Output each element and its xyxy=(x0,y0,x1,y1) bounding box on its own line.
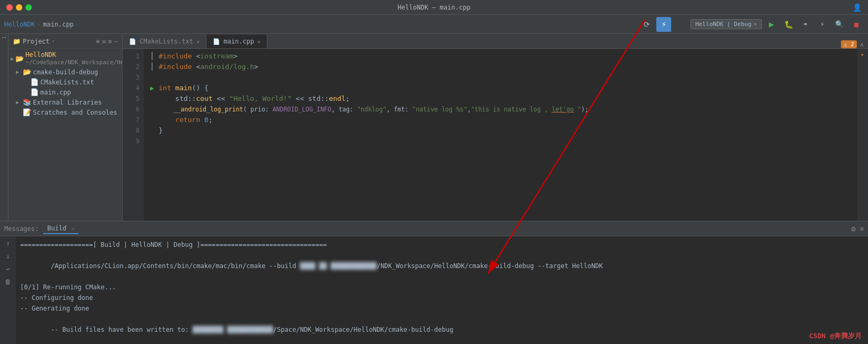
code-line-8: } xyxy=(150,125,851,136)
build-content: ===================[ Build | HelloNDK | … xyxy=(16,236,868,344)
project-header-icons: ⊕ ≡ ≡ — xyxy=(96,38,118,45)
collapse-editor-icon[interactable]: ∧ xyxy=(860,41,864,48)
tree-root[interactable]: ▶ 📂 HelloNDK ~/CodeSpace/NDK_Workspace/H… xyxy=(8,50,122,67)
bottom-tab-bar: Messages: Build ✕ ⚙ ≡ xyxy=(0,221,868,236)
tree-cmakelists-label: CMakeLists.txt xyxy=(40,79,94,86)
wrap-icon[interactable]: ↩ xyxy=(3,264,13,274)
project-panel: 📁 Project ▾ ⊕ ≡ ≡ — ▶ 📂 HelloNDK ~/CodeS… xyxy=(8,34,123,221)
build-line-2: [0/1] Re-running CMake... xyxy=(20,282,864,293)
clear-icon[interactable]: 🗑 xyxy=(3,277,13,287)
debug-button[interactable]: 🐛 xyxy=(781,17,796,32)
build-line-5: -- Build files have been written to: ███… xyxy=(20,314,864,344)
tab-cmakelists-close[interactable]: ✕ xyxy=(196,39,199,45)
scroll-down-icon[interactable]: ↓ xyxy=(3,251,13,262)
tab-maincpp-close[interactable]: ✕ xyxy=(257,39,261,45)
sync-icon[interactable]: ⟳ xyxy=(639,17,654,32)
profile-button[interactable]: ⚡ xyxy=(815,17,830,32)
maximize-button[interactable] xyxy=(25,4,32,11)
coverage-button[interactable]: ☂ xyxy=(798,17,813,32)
project-side-label[interactable]: 1 xyxy=(2,36,7,39)
tab-build[interactable]: Build ✕ xyxy=(43,223,79,234)
folder-icon: 📁 xyxy=(13,38,21,45)
close-panel-icon[interactable]: — xyxy=(114,38,118,45)
build-line-1: /Applications/CLion.app/Contents/bin/cma… xyxy=(20,250,864,282)
collapse-icon[interactable]: ≡ xyxy=(102,38,106,45)
watermark: CSDN @奔腾岁月 xyxy=(809,331,862,341)
tree-scratches[interactable]: 📝 Scratches and Consoles xyxy=(8,107,122,117)
stop-button[interactable]: ■ xyxy=(849,17,864,32)
build-options-icon[interactable]: ≡ xyxy=(860,225,864,233)
tree-cmakelists[interactable]: 📄 CMakeLists.txt xyxy=(8,77,122,87)
code-line-4: ▶ int main() { xyxy=(150,83,851,93)
tab-maincpp[interactable]: 📄 main.cpp ✕ xyxy=(206,35,267,48)
line-numbers: 1 2 3 4 5 6 7 8 9 xyxy=(123,49,144,221)
tree-ext-libs[interactable]: ▶ 📚 External Libraries xyxy=(8,97,122,107)
tab-maincpp-label: main.cpp xyxy=(223,38,254,45)
tree-root-label: HelloNDK ~/CodeSpace/NDK_Workspace/Hello… xyxy=(25,51,122,66)
ext-lib-icon: 📚 xyxy=(23,98,31,106)
build-output: ↑ ↓ ↩ 🗑 ===================[ Build | Hel… xyxy=(0,236,868,344)
blurred-path-2: ████████ ████████████ xyxy=(193,326,273,333)
build-line-4: -- Generating done xyxy=(20,303,864,314)
window-controls xyxy=(6,4,32,11)
tree-cmake-label: cmake-build-debug xyxy=(33,68,98,76)
build-settings-icon[interactable]: ⚙ xyxy=(851,225,855,233)
side-panel: 1 xyxy=(0,34,8,221)
warning-badge: ⚠ 2 xyxy=(841,40,857,48)
window-title: HelloNDK – main.cpp xyxy=(397,4,470,11)
code-line-2: │ #include <android/log.h> xyxy=(150,62,851,72)
separator xyxy=(673,17,688,32)
tab-cmakelists[interactable]: 📄 CMakeLists.txt ✕ xyxy=(123,35,206,48)
build-tab-close[interactable]: ✕ xyxy=(71,226,74,231)
code-line-3 xyxy=(150,72,851,83)
content-area: 1 📁 Project ▾ ⊕ ≡ ≡ — ▶ 📂 HelloNDK ~/Cod… xyxy=(0,34,868,221)
run-arrow[interactable]: ▶ xyxy=(150,83,159,93)
project-header-label: Project xyxy=(23,38,50,45)
cmake-folder-icon: 📂 xyxy=(23,68,31,76)
error-indicator: ▸ xyxy=(861,51,865,58)
minimize-button[interactable] xyxy=(16,4,22,11)
code-content[interactable]: │ #include <iostream> │ #include <androi… xyxy=(144,49,857,221)
tree-extlibs-label: External Libraries xyxy=(33,99,102,106)
tree-maincpp[interactable]: 📄 main.cpp xyxy=(8,87,122,97)
cmake-reload-icon[interactable]: ⚡ xyxy=(656,17,671,32)
tree-maincpp-label: main.cpp xyxy=(40,89,71,96)
build-line-0: ===================[ Build | HelloNDK | … xyxy=(20,239,864,250)
breadcrumb-app: HelloNDK xyxy=(4,21,35,28)
user-icon[interactable]: 👤 xyxy=(853,3,862,12)
bottom-panel: Messages: Build ✕ ⚙ ≡ ↑ ↓ ↩ 🗑 ==========… xyxy=(0,221,868,344)
ext-libs-arrow: ▶ xyxy=(16,99,21,105)
code-line-1: │ #include <iostream> xyxy=(150,51,851,62)
run-config-label: HelloNDK | Debug xyxy=(695,21,751,28)
project-tree: ▶ 📂 HelloNDK ~/CodeSpace/NDK_Workspace/H… xyxy=(8,49,122,221)
build-gutter: ↑ ↓ ↩ 🗑 xyxy=(0,236,16,344)
tree-cmake-arrow: ▶ xyxy=(16,69,21,75)
scroll-up-icon[interactable]: ↑ xyxy=(3,238,13,249)
blurred-path-1: ████ ██ ████████████ xyxy=(300,262,377,270)
close-button[interactable] xyxy=(6,4,13,11)
editor-area: 📄 CMakeLists.txt ✕ 📄 main.cpp ✕ ⚠ 2 ∧ 1 … xyxy=(123,34,868,221)
build-tab-label: Build xyxy=(47,225,66,232)
build-line-3: -- Configuring done xyxy=(20,293,864,303)
tab-cmakelists-label: CMakeLists.txt xyxy=(140,38,193,45)
tree-scratches-label: Scratches and Consoles xyxy=(33,109,117,116)
cmake-file-icon: 📄 xyxy=(30,78,39,86)
settings-icon[interactable]: ≡ xyxy=(108,38,112,45)
main-toolbar: HelloNDK › main.cpp ⟳ ⚡ HelloNDK | Debug… xyxy=(0,15,868,34)
run-button[interactable]: ▶ xyxy=(764,17,779,32)
locate-icon[interactable]: ⊕ xyxy=(96,38,100,45)
right-gutter: ▸ xyxy=(857,49,868,221)
title-bar: HelloNDK – main.cpp 👤 xyxy=(0,0,868,15)
project-folder-icon: 📂 xyxy=(15,55,24,63)
valgrind-button[interactable]: 🔍 xyxy=(832,17,847,32)
breadcrumb: HelloNDK › main.cpp xyxy=(4,21,74,28)
tree-cmake-build[interactable]: ▶ 📂 cmake-build-debug xyxy=(8,67,122,77)
code-editor: 1 2 3 4 5 6 7 8 9 │ #include <iostream> … xyxy=(123,49,868,221)
run-gutter-1: │ xyxy=(150,51,159,62)
run-configuration[interactable]: HelloNDK | Debug ▾ xyxy=(690,19,762,29)
breadcrumb-file: main.cpp xyxy=(43,21,74,28)
messages-label: Messages: xyxy=(4,225,39,233)
title-bar-right: 👤 xyxy=(853,3,862,12)
editor-tab-bar: 📄 CMakeLists.txt ✕ 📄 main.cpp ✕ ⚠ 2 ∧ xyxy=(123,34,868,49)
run-gutter-2: │ xyxy=(150,62,159,72)
